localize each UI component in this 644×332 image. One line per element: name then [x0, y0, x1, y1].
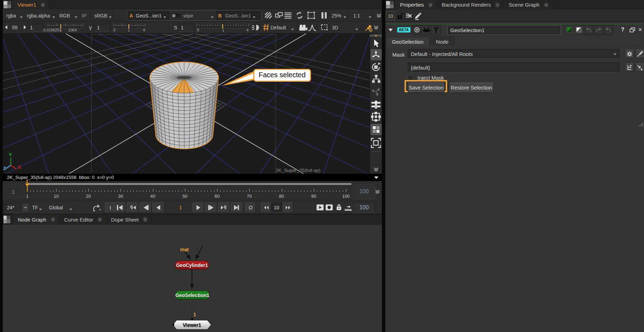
- svg-text:Z: Z: [3, 166, 6, 171]
- svg-text:mat: mat: [180, 247, 189, 252]
- svg-text:Y: Y: [9, 152, 12, 157]
- svg-text:1: 1: [193, 312, 196, 317]
- svg-text:i: i: [370, 28, 371, 32]
- svg-text:X: X: [18, 165, 21, 170]
